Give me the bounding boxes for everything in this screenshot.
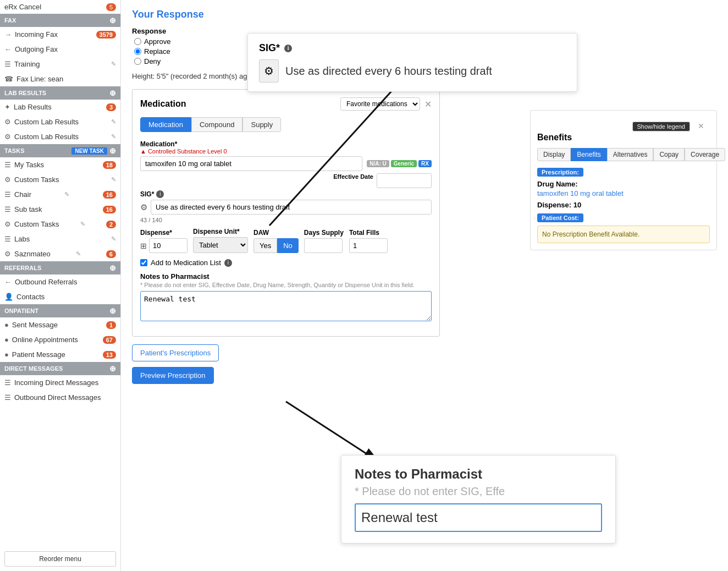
erx-cancel-label: eRx Cancel: [4, 3, 41, 11]
medication-name-input[interactable]: [140, 156, 362, 171]
daw-no-btn[interactable]: No: [277, 238, 299, 253]
saznmateo-edit[interactable]: ✎: [76, 250, 81, 257]
radio-approve-input[interactable]: [134, 38, 141, 45]
tab-supply[interactable]: Supply: [242, 117, 281, 132]
custom-lab-1-edit[interactable]: ✎: [111, 118, 116, 125]
type-tabs: Medication Compound Supply: [140, 117, 432, 132]
dispense-group: Dispense* ⊞: [140, 229, 187, 253]
radio-deny-input[interactable]: [134, 58, 141, 65]
sig-tooltip-gear[interactable]: ⚙: [259, 59, 279, 83]
custom-tasks-2-edit[interactable]: ✎: [80, 221, 85, 228]
sent-message-label: Sent Message: [12, 321, 58, 329]
benefits-tab-alternatives[interactable]: Alternatives: [607, 148, 654, 161]
show-legend-button[interactable]: Show/hide legend: [632, 122, 690, 131]
patients-prescriptions-button[interactable]: Patient's Prescriptions: [132, 344, 219, 361]
medication-panel: Medication Favorite medications ✕ Medica…: [132, 89, 440, 337]
sidebar-item-outbound-direct[interactable]: ☰ Outbound Direct Messages: [0, 390, 120, 405]
sidebar-item-outgoing-fax[interactable]: ← Outgoing Fax: [0, 42, 120, 57]
sidebar-item-contacts[interactable]: 👤 Contacts: [0, 289, 120, 304]
add-med-info-icon[interactable]: i: [224, 259, 232, 267]
sidebar-item-custom-lab-1[interactable]: ⚙ Custom Lab Results ✎: [0, 114, 120, 129]
custom-tasks-1-edit[interactable]: ✎: [111, 176, 116, 183]
benefits-close-icon[interactable]: ✕: [698, 122, 704, 130]
daw-group: DAW Yes No: [253, 229, 299, 253]
medication-panel-close[interactable]: ✕: [424, 99, 432, 109]
preview-btn-row: Preview Prescription: [132, 367, 717, 384]
lab-results-header-action[interactable]: ⊕: [109, 89, 116, 97]
chair-icon: ☰: [4, 190, 11, 199]
sidebar-item-sent-message[interactable]: ● Sent Message 1: [0, 317, 120, 332]
sidebar-item-my-tasks[interactable]: ☰ My Tasks 18: [0, 157, 120, 172]
sig-tooltip-header: SIG* i: [259, 42, 566, 54]
benefits-tab-copay[interactable]: Copay: [653, 148, 685, 161]
fax-header-action[interactable]: ⊕: [109, 16, 116, 25]
sidebar-item-sub-task[interactable]: ☰ Sub task 16: [0, 202, 120, 217]
daw-label: DAW: [253, 229, 299, 237]
sidebar-item-incoming-fax[interactable]: → Incoming Fax 3579: [0, 27, 120, 42]
training-edit-icon[interactable]: ✎: [111, 61, 116, 68]
reorder-menu-button[interactable]: Reorder menu: [4, 551, 116, 567]
dispense-unit-select[interactable]: Tablet: [193, 237, 248, 253]
sidebar-item-chair[interactable]: ☰ Chair ✎ 16: [0, 187, 120, 202]
sidebar-item-online-appointments[interactable]: ● Online Appointments 67: [0, 332, 120, 347]
sub-task-label: Sub task: [14, 205, 42, 213]
new-task-btn[interactable]: NEW TASK: [71, 147, 107, 155]
badge-rx: RX: [418, 160, 432, 167]
add-to-med-list-checkbox[interactable]: [140, 259, 147, 266]
sidebar-item-training[interactable]: ☰ Training ✎: [0, 57, 120, 72]
benefits-tab-display[interactable]: Display: [537, 148, 571, 161]
notes-tooltip-input[interactable]: [355, 503, 602, 532]
patient-cost-label: Patient Cost:: [537, 213, 583, 222]
sig-input[interactable]: [151, 200, 432, 215]
favorite-medications-dropdown[interactable]: Favorite medications: [340, 97, 420, 111]
custom-tasks-2-label: Custom Tasks: [14, 220, 59, 228]
sig-info-icon[interactable]: i: [156, 190, 164, 198]
benefits-tab-coverage[interactable]: Coverage: [685, 148, 725, 161]
referrals-header-action[interactable]: ⊕: [109, 263, 116, 272]
sidebar-item-patient-message[interactable]: ● Patient Message 13: [0, 347, 120, 362]
effective-date-input[interactable]: [377, 173, 432, 188]
tab-compound[interactable]: Compound: [191, 117, 243, 132]
radio-replace-input[interactable]: [134, 48, 141, 55]
calendar-icon[interactable]: ⊞: [140, 241, 147, 250]
sidebar-item-lab-results[interactable]: ✦ Lab Results 3: [0, 100, 120, 114]
onpatient-header-action[interactable]: ⊕: [109, 306, 116, 315]
drug-name-label: Drug Name:: [537, 180, 710, 188]
med-badges: N/A: U Generic RX: [367, 160, 432, 167]
sidebar-item-fax-line[interactable]: ☎ Fax Line: sean: [0, 72, 120, 86]
notes-tooltip: Notes to Pharmacist * Please do not ente…: [341, 455, 616, 543]
sig-gear-icon[interactable]: ⚙: [140, 202, 147, 212]
tab-medication[interactable]: Medication: [140, 117, 191, 132]
direct-messages-section-header: DIRECT MESSAGES ⊕: [0, 362, 120, 375]
total-fills-input[interactable]: [349, 238, 388, 253]
notes-textarea[interactable]: Renewal test: [140, 291, 432, 321]
custom-lab-2-edit[interactable]: ✎: [111, 133, 116, 140]
chair-edit[interactable]: ✎: [64, 191, 69, 198]
arrow-right-icon: →: [4, 30, 12, 39]
dispense-input[interactable]: [149, 238, 187, 253]
sidebar-item-custom-lab-2[interactable]: ⚙ Custom Lab Results ✎: [0, 129, 120, 144]
days-supply-input[interactable]: [304, 238, 343, 253]
daw-yes-btn[interactable]: Yes: [253, 238, 277, 253]
sidebar-item-custom-tasks-1[interactable]: ⚙ Custom Tasks ✎: [0, 172, 120, 187]
sent-message-icon: ●: [4, 321, 9, 329]
sig-tooltip-info-icon[interactable]: i: [284, 45, 292, 52]
fax-line-label: Fax Line: sean: [16, 75, 63, 83]
dispense-input-wrap: ⊞: [140, 238, 187, 253]
sidebar-item-outbound-referrals[interactable]: ← Outbound Referrals: [0, 274, 120, 289]
preview-prescription-button[interactable]: Preview Prescription: [132, 367, 214, 384]
sidebar-item-labs[interactable]: ☰ Labs ✎: [0, 232, 120, 246]
sidebar-item-custom-tasks-2[interactable]: ⚙ Custom Tasks ✎ 2: [0, 217, 120, 232]
benefits-tab-benefits[interactable]: Benefits: [571, 148, 606, 161]
tasks-header-action[interactable]: ⊕: [109, 146, 116, 155]
labs-edit[interactable]: ✎: [111, 235, 116, 243]
online-appointments-label: Online Appointments: [12, 336, 78, 344]
total-fills-label: Total Fills: [349, 229, 388, 237]
direct-messages-header-action[interactable]: ⊕: [109, 364, 116, 373]
sidebar-item-incoming-direct[interactable]: ☰ Incoming Direct Messages: [0, 375, 120, 390]
outbound-direct-icon: ☰: [4, 393, 11, 402]
sidebar-item-saznmateo[interactable]: ⚙ Saznmateo ✎ 6: [0, 246, 120, 261]
custom-tasks-1-label: Custom Tasks: [14, 175, 59, 184]
online-appt-icon: ●: [4, 336, 9, 344]
sidebar-item-erx-cancel[interactable]: eRx Cancel 5: [0, 0, 120, 14]
